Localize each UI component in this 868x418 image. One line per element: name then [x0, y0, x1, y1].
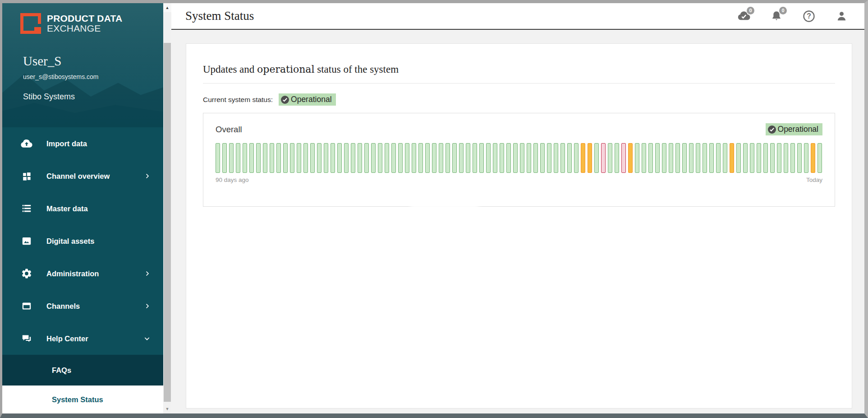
status-bar-ok[interactable] [412, 143, 416, 173]
status-bar-ok[interactable] [249, 143, 254, 173]
status-bar-ok[interactable] [777, 143, 781, 173]
sidebar-item-digital-assets[interactable]: Digital assets [2, 225, 163, 257]
status-bar-ok[interactable] [418, 143, 423, 173]
status-bar-warn[interactable] [588, 143, 592, 173]
status-bar-ok[interactable] [743, 143, 748, 173]
status-bar-ok[interactable] [466, 143, 470, 173]
status-bar-err[interactable] [601, 143, 606, 173]
status-bar-ok[interactable] [574, 143, 579, 173]
scrollbar-track[interactable] [163, 12, 171, 404]
status-bar-ok[interactable] [533, 143, 538, 173]
status-bar-ok[interactable] [797, 143, 802, 173]
tasks-button[interactable]: 0 [737, 9, 751, 23]
status-bar-ok[interactable] [696, 143, 700, 173]
status-bar-ok[interactable] [655, 143, 660, 173]
status-bar-ok[interactable] [608, 143, 612, 173]
help-button[interactable]: ? [802, 9, 816, 23]
scroll-up-button[interactable]: ▲ [163, 3, 171, 12]
status-bar-ok[interactable] [817, 143, 822, 173]
status-bar-ok[interactable] [567, 143, 572, 173]
status-bar-ok[interactable] [256, 143, 261, 173]
status-bar-ok[interactable] [506, 143, 511, 173]
account-button[interactable] [835, 9, 848, 23]
sidebar-item-system-status[interactable]: System Status [2, 385, 163, 413]
status-bar-ok[interactable] [236, 143, 240, 173]
status-bar-ok[interactable] [371, 143, 376, 173]
sidebar-item-help-center[interactable]: Help Center [2, 322, 163, 355]
status-bar-ok[interactable] [642, 143, 646, 173]
status-bar-ok[interactable] [331, 143, 335, 173]
status-bar-ok[interactable] [229, 143, 234, 173]
status-bar-ok[interactable] [276, 143, 281, 173]
sidebar-item-channel-overview[interactable]: Channel overview [2, 160, 163, 192]
status-bar-ok[interactable] [263, 143, 267, 173]
status-bar-ok[interactable] [317, 143, 321, 173]
status-bar-ok[interactable] [486, 143, 491, 173]
scrollbar-thumb[interactable] [164, 43, 171, 402]
status-bar-ok[interactable] [297, 143, 301, 173]
sidebar-item-master-data[interactable]: Master data [2, 192, 163, 225]
status-bar-ok[interactable] [283, 143, 288, 173]
status-bar-ok[interactable] [520, 143, 524, 173]
app-logo[interactable]: PRODUCT DATA EXCHANGE [2, 3, 163, 34]
status-bar-ok[interactable] [243, 143, 247, 173]
status-bar-ok[interactable] [770, 143, 775, 173]
status-bar-ok[interactable] [635, 143, 639, 173]
status-bar-ok[interactable] [391, 143, 396, 173]
status-bar-ok[interactable] [324, 143, 328, 173]
status-bar-ok[interactable] [669, 143, 673, 173]
status-bar-ok[interactable] [500, 143, 504, 173]
status-bar-ok[interactable] [337, 143, 342, 173]
status-bar-ok[interactable] [662, 143, 666, 173]
status-bar-ok[interactable] [703, 143, 707, 173]
status-bar-ok[interactable] [547, 143, 551, 173]
status-bar-ok[interactable] [648, 143, 653, 173]
status-bar-ok[interactable] [439, 143, 443, 173]
status-bar-ok[interactable] [594, 143, 599, 173]
status-bar-ok[interactable] [804, 143, 808, 173]
status-bar-ok[interactable] [716, 143, 721, 173]
status-bar-ok[interactable] [385, 143, 389, 173]
status-bar-ok[interactable] [615, 143, 619, 173]
status-bar-ok[interactable] [790, 143, 795, 173]
status-bar-ok[interactable] [763, 143, 768, 173]
status-bar-ok[interactable] [675, 143, 680, 173]
status-bar-ok[interactable] [216, 143, 220, 173]
status-bar-ok[interactable] [560, 143, 565, 173]
status-bar-ok[interactable] [540, 143, 545, 173]
status-bar-warn[interactable] [730, 143, 734, 173]
status-bar-err[interactable] [621, 143, 626, 173]
status-bar-ok[interactable] [270, 143, 274, 173]
status-bar-ok[interactable] [757, 143, 761, 173]
notifications-button[interactable]: 0 [770, 9, 783, 23]
status-bar-ok[interactable] [459, 143, 464, 173]
status-bar-ok[interactable] [513, 143, 518, 173]
status-bar-ok[interactable] [358, 143, 362, 173]
status-bar-ok[interactable] [452, 143, 457, 173]
status-bar-ok[interactable] [473, 143, 477, 173]
status-bar-ok[interactable] [405, 143, 409, 173]
status-bar-ok[interactable] [784, 143, 788, 173]
status-bar-ok[interactable] [709, 143, 714, 173]
status-bar-ok[interactable] [445, 143, 450, 173]
sidebar-item-channels[interactable]: Channels [2, 290, 163, 322]
status-bar-ok[interactable] [479, 143, 484, 173]
status-bar-ok[interactable] [554, 143, 558, 173]
sidebar-item-faqs[interactable]: FAQs [2, 355, 163, 385]
status-bar-ok[interactable] [750, 143, 754, 173]
status-bar-ok[interactable] [290, 143, 294, 173]
status-bar-ok[interactable] [723, 143, 727, 173]
status-bar-warn[interactable] [628, 143, 633, 173]
status-bar-ok[interactable] [425, 143, 430, 173]
sidebar-item-administration[interactable]: Administration [2, 257, 163, 290]
status-bar-ok[interactable] [432, 143, 436, 173]
status-bar-ok[interactable] [364, 143, 369, 173]
status-bar-ok[interactable] [682, 143, 687, 173]
status-bar-warn[interactable] [811, 143, 815, 173]
status-bar-ok[interactable] [378, 143, 382, 173]
status-bar-ok[interactable] [527, 143, 531, 173]
status-bar-ok[interactable] [222, 143, 227, 173]
status-bar-ok[interactable] [351, 143, 355, 173]
status-bar-ok[interactable] [736, 143, 741, 173]
status-bar-ok[interactable] [344, 143, 349, 173]
